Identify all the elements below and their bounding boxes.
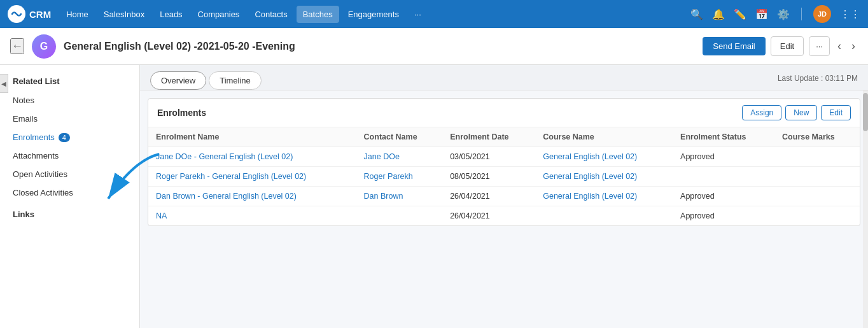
table-row: Jane DOe - General English (Level 02)Jan…: [148, 147, 860, 167]
course-marks-cell: [774, 206, 860, 226]
next-record-button[interactable]: ›: [849, 37, 858, 55]
enrolments-card: Enrolments Assign New Edit Enrolment Nam…: [148, 98, 860, 226]
nav-companies[interactable]: Companies: [192, 6, 246, 23]
enrolments-title: Enrolments: [157, 108, 206, 118]
scroll-thumb[interactable]: [863, 93, 868, 131]
nav-home[interactable]: Home: [60, 6, 95, 23]
sidebar-item-closed-activities[interactable]: Closed Activities: [0, 183, 139, 202]
links-title: Links: [0, 202, 139, 223]
top-navigation: CRM Home SalesInbox Leads Companies Cont…: [0, 0, 868, 28]
enrolment-status-cell: Approved: [673, 187, 774, 206]
tabs: Overview Timeline: [150, 71, 262, 90]
edit-button[interactable]: Edit: [771, 36, 804, 56]
send-email-button[interactable]: Send Email: [703, 37, 765, 55]
contact-name-link[interactable]: Roger Parekh: [364, 172, 413, 181]
enrolment-date-cell: 26/04/2021: [442, 206, 535, 226]
col-enrolment-name: Enrolment Name: [148, 127, 356, 147]
notification-icon[interactable]: 🔔: [712, 8, 725, 20]
col-course-marks: Course Marks: [774, 127, 860, 147]
table-row: Dan Brown - General English (Level 02)Da…: [148, 187, 860, 206]
course-marks-cell: [774, 167, 860, 187]
top-nav-icons: 🔍 🔔 ✏️ 📅 ⚙️ JD ⋮⋮: [690, 5, 860, 23]
course-marks-cell: [774, 187, 860, 206]
enrolment-name-link[interactable]: NA: [156, 211, 167, 220]
nav-salesinbox[interactable]: SalesInbox: [97, 6, 151, 23]
nav-more[interactable]: ···: [408, 6, 428, 23]
search-icon[interactable]: 🔍: [690, 8, 703, 20]
enrolment-name-link[interactable]: Jane DOe - General English (Level 02): [156, 152, 293, 161]
sidebar-item-notes[interactable]: Notes: [0, 91, 139, 110]
sidebar-item-open-activities[interactable]: Open Activities: [0, 165, 139, 183]
contact-name-link[interactable]: Dan Brown: [364, 192, 403, 201]
table-row: NA26/04/2021Approved: [148, 206, 860, 226]
prev-record-button[interactable]: ‹: [835, 37, 844, 55]
course-marks-cell: [774, 147, 860, 167]
col-enrolment-status: Enrolment Status: [673, 127, 774, 147]
sidebar-item-attachments[interactable]: Attachments: [0, 146, 139, 165]
course-name-link[interactable]: General English (Level 02): [543, 152, 637, 161]
sidebar-item-enrolments[interactable]: Enrolments 4: [0, 128, 139, 146]
sidebar: ◀ Related List Notes Emails Enrolments 4…: [0, 65, 140, 328]
nav-batches[interactable]: Batches: [297, 6, 339, 23]
more-options-button[interactable]: ···: [809, 36, 830, 56]
enrolment-status-cell: [673, 167, 774, 187]
last-update-text: Last Update : 03:11 PM: [778, 74, 858, 88]
tab-overview[interactable]: Overview: [150, 71, 206, 90]
table-header-row: Enrolment Name Contact Name Enrolment Da…: [148, 127, 860, 147]
avatar[interactable]: JD: [813, 5, 831, 23]
record-header: ← G General English (Level 02) -2021-05-…: [0, 28, 868, 65]
col-course-name: Course Name: [535, 127, 673, 147]
col-contact-name: Contact Name: [356, 127, 443, 147]
col-enrolment-date: Enrolment Date: [442, 127, 535, 147]
nav-leads[interactable]: Leads: [153, 6, 188, 23]
sidebar-item-emails[interactable]: Emails: [0, 110, 139, 128]
header-actions: Send Email Edit ··· ‹ ›: [703, 36, 858, 56]
logo-text: CRM: [29, 9, 51, 20]
enrolments-header: Enrolments Assign New Edit: [148, 99, 860, 127]
content-wrapper: Enrolments Assign New Edit Enrolment Nam…: [140, 90, 868, 328]
enrolment-name-link[interactable]: Roger Parekh - General English (Level 02…: [156, 172, 306, 181]
scrollbar[interactable]: [863, 90, 868, 328]
course-name-link[interactable]: General English (Level 02): [543, 172, 637, 181]
settings-icon[interactable]: ⚙️: [777, 8, 790, 20]
record-avatar: G: [32, 34, 56, 59]
enrolment-date-cell: 08/05/2021: [442, 167, 535, 187]
new-button[interactable]: New: [785, 105, 817, 120]
enrolment-status-cell: Approved: [673, 147, 774, 167]
enrolment-status-cell: Approved: [673, 206, 774, 226]
logo-icon: [8, 5, 25, 23]
enrolments-edit-button[interactable]: Edit: [821, 105, 851, 120]
record-title: General English (Level 02) -2021-05-20 -…: [64, 41, 695, 52]
tabs-bar: Overview Timeline Last Update : 03:11 PM: [140, 65, 868, 90]
enrolment-date-cell: 26/04/2021: [442, 187, 535, 206]
nav-contacts[interactable]: Contacts: [248, 6, 293, 23]
grid-icon[interactable]: ⋮⋮: [840, 8, 860, 20]
enrolments-badge: 4: [59, 133, 70, 142]
crm-logo[interactable]: CRM: [8, 5, 51, 23]
main-layout: ◀ Related List Notes Emails Enrolments 4…: [0, 65, 868, 328]
nav-divider: [801, 8, 802, 20]
related-list-title: Related List: [0, 73, 139, 91]
add-icon[interactable]: ✏️: [734, 8, 746, 20]
enrolment-date-cell: 03/05/2021: [442, 147, 535, 167]
calendar-icon[interactable]: 📅: [755, 8, 768, 20]
back-button[interactable]: ←: [10, 38, 24, 54]
course-name-link[interactable]: General English (Level 02): [543, 192, 637, 201]
contact-name-link[interactable]: Jane DOe: [364, 152, 400, 161]
enrolment-name-link[interactable]: Dan Brown - General English (Level 02): [156, 192, 297, 201]
enrolments-actions: Assign New Edit: [742, 105, 851, 120]
nav-engagements[interactable]: Engagements: [342, 6, 405, 23]
enrolments-table: Enrolment Name Contact Name Enrolment Da…: [148, 127, 860, 225]
tab-timeline[interactable]: Timeline: [209, 71, 262, 90]
table-row: Roger Parekh - General English (Level 02…: [148, 167, 860, 187]
sidebar-collapse-button[interactable]: ◀: [0, 74, 8, 93]
content-area: Overview Timeline Last Update : 03:11 PM…: [140, 65, 868, 328]
assign-button[interactable]: Assign: [742, 105, 781, 120]
